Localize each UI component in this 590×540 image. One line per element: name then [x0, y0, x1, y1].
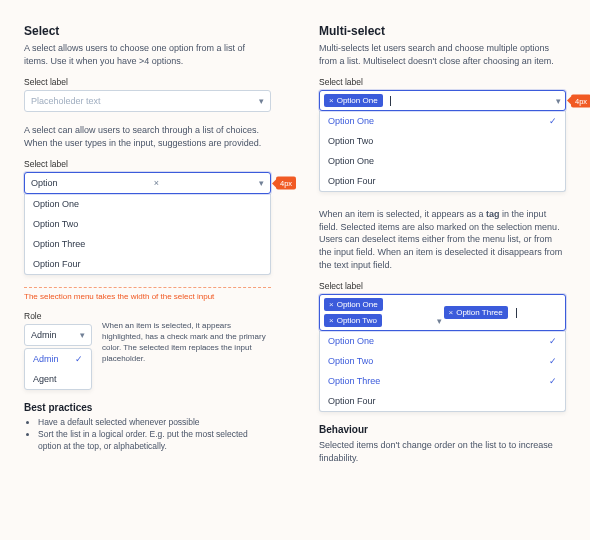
best-practices-heading: Best practices: [24, 402, 271, 413]
selected-tag[interactable]: ×Option One: [324, 298, 383, 311]
check-icon: ✓: [549, 356, 557, 366]
menu-item[interactable]: Option One: [25, 194, 270, 214]
caret-down-icon: ▾: [556, 96, 561, 106]
dropdown-menu: Option One Option Two Option Three Optio…: [24, 194, 271, 275]
caret-down-icon: ▾: [80, 330, 85, 340]
tag-description: When an item is selected, it appears as …: [319, 208, 566, 271]
check-icon: ✓: [549, 376, 557, 386]
field-label: Role: [24, 311, 92, 321]
select-section: Select A select allows users to choose o…: [0, 24, 295, 540]
text-cursor: [516, 308, 517, 318]
menu-item[interactable]: Admin ✓: [25, 349, 91, 369]
selected-state-copy: When an item is selected, it appears hig…: [102, 311, 271, 364]
dropdown-menu: Option One✓ Option Two✓ Option Three✓ Op…: [319, 331, 566, 412]
menu-item[interactable]: Option One✓: [320, 331, 565, 351]
list-item: Have a default selected whenever possibl…: [38, 417, 271, 429]
tag-remove-icon[interactable]: ×: [449, 308, 454, 317]
list-item: Sort the list in a logical order. E.g. p…: [38, 429, 271, 453]
selected-tag[interactable]: × Option One: [324, 94, 383, 107]
multiselect-input[interactable]: ×Option One ×Option Two ▾ ×Option Three: [319, 294, 566, 331]
tag-remove-icon[interactable]: ×: [329, 300, 334, 309]
annotation-badge: 4px: [276, 177, 296, 190]
best-practices-list: Have a default selected whenever possibl…: [24, 417, 271, 453]
caret-down-icon: ▾: [259, 178, 264, 188]
menu-item[interactable]: Option Three: [25, 234, 270, 254]
menu-item[interactable]: Option One ✓: [320, 111, 565, 131]
selected-tag[interactable]: ×Option Three: [444, 306, 508, 319]
selected-value: Admin: [31, 330, 57, 340]
check-icon: ✓: [549, 336, 557, 346]
search-intro: A select can allow users to search throu…: [24, 124, 271, 149]
menu-item[interactable]: Option Two: [25, 214, 270, 234]
search-select-block: Select label Option × ▾ 4px Option One O…: [24, 159, 271, 275]
tag-remove-icon[interactable]: ×: [329, 96, 334, 105]
select-input[interactable]: Admin ▾: [24, 324, 92, 346]
field-label: Select label: [319, 281, 566, 291]
dropdown-menu: Admin ✓ Agent: [24, 348, 92, 390]
tag-remove-icon[interactable]: ×: [329, 316, 334, 325]
menu-item[interactable]: Option One: [320, 151, 565, 171]
input-value: Option: [31, 178, 58, 188]
menu-item[interactable]: Option Two: [320, 131, 565, 151]
width-caption: The selection menu takes the width of th…: [24, 287, 271, 301]
menu-item[interactable]: Option Three✓: [320, 371, 565, 391]
behaviour-text: Selected items don't change order on the…: [319, 439, 566, 464]
section-title: Select: [24, 24, 271, 38]
check-icon: ✓: [549, 116, 557, 126]
selected-tag[interactable]: ×Option Two: [324, 314, 382, 327]
field-label: Select label: [24, 159, 271, 169]
field-label: Select label: [319, 77, 566, 87]
clear-icon[interactable]: ×: [154, 178, 159, 188]
menu-item[interactable]: Option Four: [320, 171, 565, 191]
section-intro: A select allows users to choose one opti…: [24, 42, 271, 67]
placeholder-text: Placeholeder text: [31, 96, 101, 106]
text-cursor: [390, 96, 391, 106]
select-input[interactable]: Placeholeder text ▾: [24, 90, 271, 112]
placeholder-select-block: Select label Placeholeder text ▾: [24, 77, 271, 112]
behaviour-heading: Behaviour: [319, 424, 566, 435]
field-label: Select label: [24, 77, 271, 87]
annotation-badge: 4px: [571, 94, 590, 107]
multiselect-one-block: Select label × Option One ▾ 4px Option O…: [319, 77, 566, 192]
menu-item[interactable]: Option Four: [25, 254, 270, 274]
section-intro: Multi-selects let users search and choos…: [319, 42, 566, 67]
caret-down-icon: ▾: [259, 96, 264, 106]
multiselect-input[interactable]: × Option One ▾ 4px: [319, 90, 566, 111]
dropdown-menu: Option One ✓ Option Two Option One Optio…: [319, 111, 566, 192]
section-title: Multi-select: [319, 24, 566, 38]
multiselect-three-block: Select label ×Option One ×Option Two ▾ ×…: [319, 281, 566, 412]
select-input[interactable]: Option × ▾ 4px: [24, 172, 271, 194]
menu-item[interactable]: Option Two✓: [320, 351, 565, 371]
menu-item[interactable]: Option Four: [320, 391, 565, 411]
role-block: Role Admin ▾ Admin ✓ Agent When an item …: [24, 311, 271, 390]
multiselect-section: Multi-select Multi-selects let users sea…: [295, 24, 590, 540]
check-icon: ✓: [75, 354, 83, 364]
menu-item[interactable]: Agent: [25, 369, 91, 389]
caret-down-icon: ▾: [437, 316, 442, 326]
